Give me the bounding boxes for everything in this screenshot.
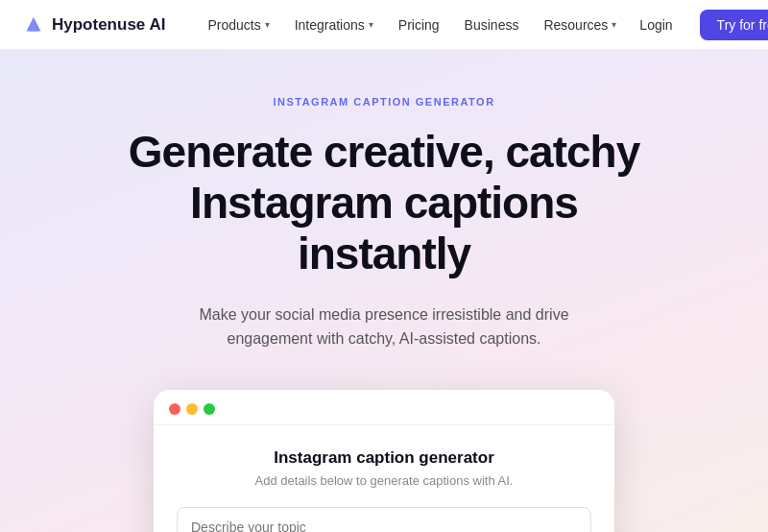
nav-links: Products ▾ Integrations ▾ Pricing Busine… [196,12,628,38]
nav-item-resources[interactable]: Resources ▾ [532,12,628,38]
card-title: Instagram caption generator [177,448,591,468]
chevron-down-icon: ▾ [612,19,616,30]
card-description: Add details below to generate captions w… [177,473,591,488]
nav-item-pricing[interactable]: Pricing [387,12,451,38]
dot-yellow [186,403,198,415]
nav-item-integrations[interactable]: Integrations ▾ [283,12,385,38]
dot-red [169,403,180,415]
logo[interactable]: Hypotenuse AI [23,14,165,36]
chevron-down-icon: ▾ [369,19,373,30]
nav-item-business[interactable]: Business [453,12,531,38]
caption-generator-card: Instagram caption generator Add details … [154,390,614,532]
logo-icon [23,14,44,36]
dot-green [204,403,215,415]
nav-item-products[interactable]: Products ▾ [196,12,280,38]
hero-title: Generate creative, catchy Instagram capt… [115,127,653,279]
topic-input[interactable] [177,507,591,532]
chevron-down-icon: ▾ [265,19,270,30]
navbar: Hypotenuse AI Products ▾ Integrations ▾ … [0,0,768,50]
card-body: Instagram caption generator Add details … [154,425,614,532]
card-titlebar [154,390,614,425]
try-for-free-button[interactable]: Try for free → [700,10,768,40]
hero-badge: Instagram Caption Generator [273,96,494,108]
hero-section: Instagram Caption Generator Generate cre… [0,50,768,532]
hero-subtitle: Make your social media presence irresist… [163,302,605,351]
logo-text: Hypotenuse AI [52,15,165,35]
login-button[interactable]: Login [628,12,684,38]
nav-right: Login Try for free → [628,10,768,40]
